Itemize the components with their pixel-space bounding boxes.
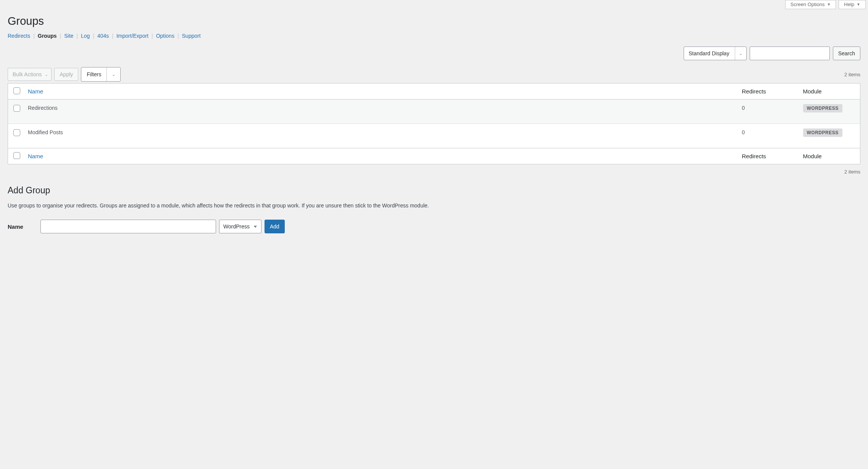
add-group-help: Use groups to organise your redirects. G… (8, 202, 860, 210)
chevron-down-icon: ⌄ (735, 47, 746, 60)
help-label: Help (844, 2, 854, 7)
bulk-actions-label: Bulk Actions (8, 68, 45, 80)
chevron-down-icon: ⌄ (106, 67, 120, 81)
row-name: Modified Posts (24, 124, 738, 148)
table-row: Redirections 0 WORDPRESS (8, 100, 860, 124)
help-button[interactable]: Help ▼ (839, 0, 866, 9)
column-redirects-header: Redirects (738, 84, 799, 100)
row-redirects: 0 (738, 124, 799, 148)
module-select[interactable]: WordPress (219, 220, 261, 233)
name-field-label: Name (8, 223, 37, 230)
subnav-404s[interactable]: 404s (97, 33, 109, 39)
search-button[interactable]: Search (833, 47, 860, 60)
row-checkbox[interactable] (13, 129, 20, 136)
page-title: Groups (8, 13, 860, 27)
subnav-groups[interactable]: Groups (38, 33, 57, 39)
caret-down-icon: ▼ (827, 2, 831, 6)
subnav: Redirects| Groups| Site| Log| 404s| Impo… (8, 33, 860, 39)
select-all-checkbox-top[interactable] (13, 87, 20, 94)
items-count-top: 2 items (844, 72, 860, 77)
select-all-checkbox-bottom[interactable] (13, 152, 20, 159)
subnav-site[interactable]: Site (64, 33, 73, 39)
bulk-actions-select[interactable]: Bulk Actions ⌄ (8, 68, 52, 81)
subnav-options[interactable]: Options (156, 33, 174, 39)
filters-label: Filters (81, 67, 106, 81)
column-redirects-footer: Redirects (738, 148, 799, 164)
subnav-log[interactable]: Log (81, 33, 90, 39)
row-checkbox[interactable] (13, 105, 20, 112)
filters-select[interactable]: Filters ⌄ (81, 67, 121, 82)
column-module-footer: Module (799, 148, 860, 164)
subnav-support[interactable]: Support (182, 33, 201, 39)
display-select[interactable]: Standard Display ⌄ (684, 47, 747, 60)
column-module-header: Module (799, 84, 860, 100)
screen-options-label: Screen Options (791, 2, 825, 7)
table-row: Modified Posts 0 WORDPRESS (8, 124, 860, 148)
row-name: Redirections (24, 100, 738, 124)
column-name-footer[interactable]: Name (28, 153, 43, 159)
groups-table: Name Redirects Module Redirections 0 WOR… (8, 83, 860, 164)
module-badge: WORDPRESS (803, 104, 842, 112)
column-name-header[interactable]: Name (28, 88, 43, 95)
screen-options-button[interactable]: Screen Options ▼ (785, 0, 836, 9)
search-input[interactable] (750, 47, 830, 60)
add-group-heading: Add Group (8, 185, 860, 196)
caret-down-icon: ▼ (857, 2, 860, 6)
row-redirects: 0 (738, 100, 799, 124)
add-button[interactable]: Add (265, 220, 285, 233)
apply-button[interactable]: Apply (54, 68, 78, 81)
items-count-bottom: 2 items (8, 169, 860, 175)
group-name-input[interactable] (40, 220, 216, 233)
subnav-redirects[interactable]: Redirects (8, 33, 30, 39)
module-badge: WORDPRESS (803, 128, 842, 137)
chevron-down-icon: ⌄ (45, 68, 51, 80)
display-select-value: Standard Display (684, 47, 729, 60)
subnav-import-export[interactable]: Import/Export (116, 33, 148, 39)
